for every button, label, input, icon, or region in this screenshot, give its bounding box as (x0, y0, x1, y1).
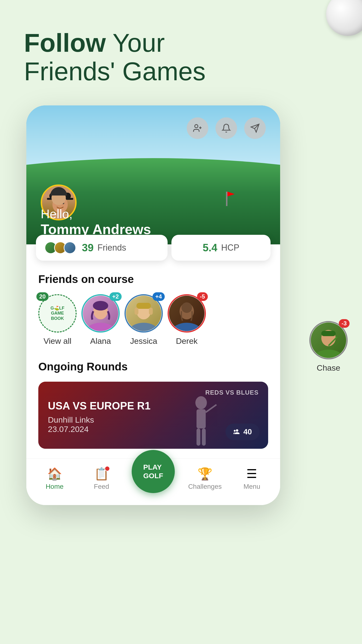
hcp-label: HCP (221, 243, 239, 253)
golf-ball-decoration (326, 0, 362, 36)
svg-rect-6 (47, 198, 73, 200)
svg-point-13 (93, 301, 108, 310)
phone-mockup: Hello, Tommy Andrews 39 Friends 5.4 HCP … (26, 106, 280, 505)
alana-circle: +2 (81, 294, 120, 332)
view-all-item[interactable]: G⛳LF GAME BOOK 20 View all (38, 294, 77, 346)
stats-bar: 39 Friends 5.4 HCP (36, 235, 271, 261)
chase-circle: -3 (309, 321, 348, 360)
nav-menu[interactable]: ☰ Menu (235, 467, 269, 490)
hcp-stat-card[interactable]: 5.4 HCP (171, 235, 271, 261)
derek-name: Derek (176, 336, 198, 346)
round-card[interactable]: REDS VS BLUES USA VS EUROPE R1 Dunhill L… (38, 382, 268, 449)
friends-label: Friends (97, 243, 126, 253)
feed-icon-wrap: 📋 (94, 467, 109, 481)
menu-icon: ☰ (246, 467, 257, 481)
svg-rect-17 (135, 308, 138, 315)
view-all-badge: 20 (36, 292, 49, 301)
alana-name: Alana (90, 336, 111, 346)
gamebook-logo: G⛳LF GAME BOOK (50, 306, 64, 321)
svg-point-9 (62, 202, 64, 204)
feed-notification-dot (105, 466, 110, 471)
jessica-name: Jessica (130, 336, 157, 346)
play-golf-label: PLAYGOLF (143, 463, 163, 480)
alana-score: +2 (109, 292, 122, 301)
hcp-value: 5.4 (203, 242, 217, 254)
svg-rect-29 (321, 331, 336, 336)
jessica-avatar (126, 296, 161, 331)
friends-avatars (44, 242, 76, 254)
menu-label: Menu (244, 483, 260, 490)
challenges-label: Challenges (188, 483, 222, 490)
view-all-label: View all (43, 336, 72, 346)
svg-point-11 (86, 323, 115, 331)
svg-point-8 (56, 202, 58, 204)
chase-score: -3 (339, 319, 350, 328)
notification-button[interactable] (215, 118, 237, 139)
svg-point-0 (195, 124, 198, 128)
derek-avatar (169, 296, 204, 331)
nav-feed[interactable]: 📋 Feed (85, 467, 118, 490)
chase-friend-outside[interactable]: -3 Chase (309, 321, 348, 372)
jessica-score: +4 (152, 292, 165, 301)
round-players-badge: 40 (226, 424, 260, 440)
send-button[interactable] (244, 118, 266, 139)
svg-rect-18 (149, 308, 153, 315)
svg-point-19 (172, 323, 201, 331)
alana-avatar (83, 296, 118, 331)
jessica-circle: +4 (124, 294, 163, 332)
friends-count: 39 (82, 242, 94, 254)
view-all-circle-wrap: G⛳LF GAME BOOK 20 (38, 294, 77, 332)
nav-challenges[interactable]: 🏆 Challenges (188, 467, 222, 490)
home-label: Home (46, 483, 64, 490)
friends-stat-card[interactable]: 39 Friends (36, 235, 168, 261)
hero-icons (187, 118, 266, 139)
bottom-nav: 🏠 Home 📋 Feed PLAYGOLF 🏆 Challenges ☰ Me… (26, 458, 280, 505)
derek-circle: -5 (168, 294, 206, 332)
nav-play-golf[interactable]: PLAYGOLF (132, 464, 175, 493)
friends-section-title: Friends on course (38, 273, 268, 286)
derek-score: -5 (197, 292, 208, 301)
players-icon (233, 429, 240, 435)
phone-content: Friends on course G⛳LF GAME BOOK 20 View… (26, 261, 280, 449)
friend-mini-3 (64, 242, 76, 254)
page-header: Follow YourFriends' Games (24, 29, 206, 86)
nav-home[interactable]: 🏠 Home (38, 467, 71, 490)
hero-greeting: Hello, Tommy Andrews (41, 207, 151, 237)
friend-derek[interactable]: -5 Derek (168, 294, 206, 346)
ongoing-rounds-title: Ongoing Rounds (38, 360, 268, 373)
feed-label: Feed (94, 483, 109, 490)
friends-row: G⛳LF GAME BOOK 20 View all (38, 294, 268, 346)
play-golf-button[interactable]: PLAYGOLF (132, 450, 175, 493)
friend-alana[interactable]: +2 Alana (81, 294, 120, 346)
svg-point-27 (314, 350, 343, 358)
players-count: 40 (243, 428, 252, 436)
round-main-title: USA VS EUROPE R1 (48, 400, 259, 412)
chase-avatar (311, 322, 346, 358)
svg-rect-16 (136, 303, 151, 309)
home-icon: 🏠 (47, 467, 62, 481)
challenges-icon: 🏆 (198, 467, 212, 481)
hero-flag (226, 192, 227, 206)
svg-point-14 (129, 323, 158, 331)
chase-name: Chase (317, 363, 340, 372)
greeting-line1: Hello, (41, 207, 151, 221)
add-friend-button[interactable] (187, 118, 208, 139)
hero-banner: Hello, Tommy Andrews (26, 106, 280, 244)
friend-jessica[interactable]: +4 Jessica (124, 294, 163, 346)
round-subtitle: REDS VS BLUES (205, 389, 259, 396)
svg-point-21 (181, 302, 192, 313)
header-bold: Follow (24, 28, 106, 57)
